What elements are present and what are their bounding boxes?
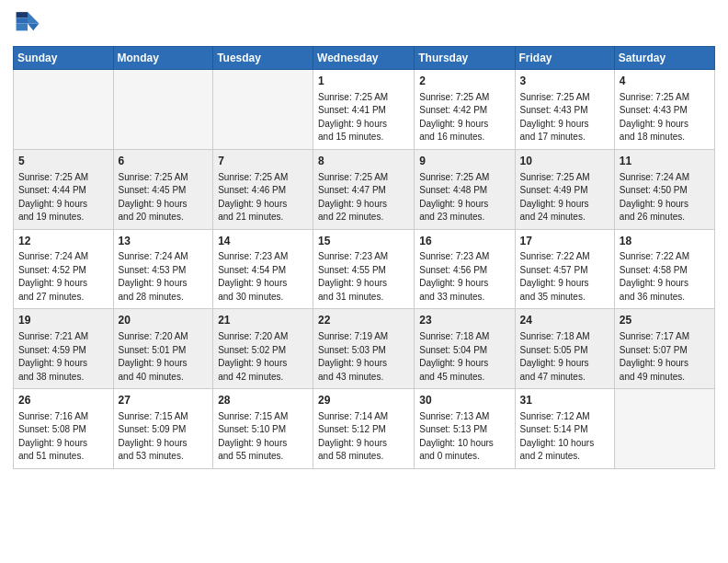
calendar-cell: 24Sunrise: 7:18 AM Sunset: 5:05 PM Dayli… xyxy=(515,309,614,389)
calendar-cell: 31Sunrise: 7:12 AM Sunset: 5:14 PM Dayli… xyxy=(515,389,614,469)
day-info: Sunrise: 7:25 AM Sunset: 4:44 PM Dayligh… xyxy=(18,171,108,224)
day-info: Sunrise: 7:19 AM Sunset: 5:03 PM Dayligh… xyxy=(318,330,409,384)
svg-marker-0 xyxy=(28,12,39,23)
day-number: 10 xyxy=(520,154,609,169)
calendar-header-row: SundayMondayTuesdayWednesdayThursdayFrid… xyxy=(14,47,715,70)
day-info: Sunrise: 7:21 AM Sunset: 4:59 PM Dayligh… xyxy=(18,330,108,384)
day-number: 23 xyxy=(419,313,509,328)
day-info: Sunrise: 7:22 AM Sunset: 4:58 PM Dayligh… xyxy=(620,250,710,304)
calendar-week-3: 12Sunrise: 7:24 AM Sunset: 4:52 PM Dayli… xyxy=(14,229,715,309)
col-header-thursday: Thursday xyxy=(415,47,515,70)
day-number: 7 xyxy=(218,154,308,169)
day-info: Sunrise: 7:25 AM Sunset: 4:43 PM Dayligh… xyxy=(620,91,710,144)
calendar-cell: 29Sunrise: 7:14 AM Sunset: 5:12 PM Dayli… xyxy=(313,389,415,469)
day-number: 12 xyxy=(18,234,108,249)
day-info: Sunrise: 7:25 AM Sunset: 4:49 PM Dayligh… xyxy=(520,171,609,224)
calendar-cell: 16Sunrise: 7:23 AM Sunset: 4:56 PM Dayli… xyxy=(415,229,515,309)
day-info: Sunrise: 7:25 AM Sunset: 4:45 PM Dayligh… xyxy=(119,171,209,224)
day-info: Sunrise: 7:23 AM Sunset: 4:54 PM Dayligh… xyxy=(218,250,308,304)
calendar-cell xyxy=(14,70,114,150)
calendar-cell: 17Sunrise: 7:22 AM Sunset: 4:57 PM Dayli… xyxy=(515,229,614,309)
day-number: 17 xyxy=(520,234,609,249)
day-info: Sunrise: 7:23 AM Sunset: 4:55 PM Dayligh… xyxy=(318,250,409,304)
day-info: Sunrise: 7:25 AM Sunset: 4:42 PM Dayligh… xyxy=(419,91,509,144)
day-number: 3 xyxy=(520,74,609,89)
day-info: Sunrise: 7:15 AM Sunset: 5:09 PM Dayligh… xyxy=(119,410,209,464)
day-info: Sunrise: 7:25 AM Sunset: 4:47 PM Dayligh… xyxy=(318,171,409,224)
day-info: Sunrise: 7:12 AM Sunset: 5:14 PM Dayligh… xyxy=(520,410,609,464)
day-info: Sunrise: 7:16 AM Sunset: 5:08 PM Dayligh… xyxy=(18,410,108,464)
calendar-cell: 18Sunrise: 7:22 AM Sunset: 4:58 PM Dayli… xyxy=(614,229,714,309)
day-info: Sunrise: 7:17 AM Sunset: 5:07 PM Dayligh… xyxy=(620,330,710,384)
day-number: 20 xyxy=(119,313,209,328)
calendar-cell: 1Sunrise: 7:25 AM Sunset: 4:41 PM Daylig… xyxy=(313,70,415,150)
calendar-cell: 11Sunrise: 7:24 AM Sunset: 4:50 PM Dayli… xyxy=(614,149,714,229)
calendar-week-1: 1Sunrise: 7:25 AM Sunset: 4:41 PM Daylig… xyxy=(14,70,715,150)
calendar-cell: 13Sunrise: 7:24 AM Sunset: 4:53 PM Dayli… xyxy=(113,229,213,309)
day-number: 26 xyxy=(18,393,108,408)
calendar-cell: 5Sunrise: 7:25 AM Sunset: 4:44 PM Daylig… xyxy=(14,149,114,229)
day-number: 28 xyxy=(218,393,308,408)
calendar-cell: 7Sunrise: 7:25 AM Sunset: 4:46 PM Daylig… xyxy=(213,149,313,229)
calendar-cell: 30Sunrise: 7:13 AM Sunset: 5:13 PM Dayli… xyxy=(415,389,515,469)
day-number: 13 xyxy=(119,234,209,249)
calendar-cell xyxy=(213,70,313,150)
day-number: 29 xyxy=(318,393,409,408)
calendar-week-2: 5Sunrise: 7:25 AM Sunset: 4:44 PM Daylig… xyxy=(14,149,715,229)
calendar-week-4: 19Sunrise: 7:21 AM Sunset: 4:59 PM Dayli… xyxy=(14,309,715,389)
calendar-cell: 15Sunrise: 7:23 AM Sunset: 4:55 PM Dayli… xyxy=(313,229,415,309)
day-info: Sunrise: 7:13 AM Sunset: 5:13 PM Dayligh… xyxy=(419,410,509,464)
col-header-saturday: Saturday xyxy=(614,47,714,70)
calendar-cell: 26Sunrise: 7:16 AM Sunset: 5:08 PM Dayli… xyxy=(14,389,114,469)
col-header-wednesday: Wednesday xyxy=(313,47,415,70)
svg-marker-1 xyxy=(28,24,39,31)
day-info: Sunrise: 7:25 AM Sunset: 4:43 PM Dayligh… xyxy=(520,91,609,144)
calendar-cell: 27Sunrise: 7:15 AM Sunset: 5:09 PM Dayli… xyxy=(113,389,213,469)
day-info: Sunrise: 7:24 AM Sunset: 4:53 PM Dayligh… xyxy=(119,250,209,304)
day-info: Sunrise: 7:15 AM Sunset: 5:10 PM Dayligh… xyxy=(218,410,308,464)
calendar-cell xyxy=(614,389,714,469)
calendar-cell: 28Sunrise: 7:15 AM Sunset: 5:10 PM Dayli… xyxy=(213,389,313,469)
day-info: Sunrise: 7:14 AM Sunset: 5:12 PM Dayligh… xyxy=(318,410,409,464)
calendar-cell xyxy=(113,70,213,150)
calendar-week-5: 26Sunrise: 7:16 AM Sunset: 5:08 PM Dayli… xyxy=(14,389,715,469)
calendar: SundayMondayTuesdayWednesdayThursdayFrid… xyxy=(13,46,715,469)
calendar-cell: 21Sunrise: 7:20 AM Sunset: 5:02 PM Dayli… xyxy=(213,309,313,389)
calendar-cell: 20Sunrise: 7:20 AM Sunset: 5:01 PM Dayli… xyxy=(113,309,213,389)
day-number: 22 xyxy=(318,313,409,328)
day-number: 2 xyxy=(419,74,509,89)
col-header-friday: Friday xyxy=(515,47,614,70)
day-number: 6 xyxy=(119,154,209,169)
svg-rect-2 xyxy=(17,12,28,17)
day-info: Sunrise: 7:18 AM Sunset: 5:05 PM Dayligh… xyxy=(520,330,609,384)
day-info: Sunrise: 7:24 AM Sunset: 4:50 PM Dayligh… xyxy=(620,171,710,224)
calendar-cell: 10Sunrise: 7:25 AM Sunset: 4:49 PM Dayli… xyxy=(515,149,614,229)
day-info: Sunrise: 7:18 AM Sunset: 5:04 PM Dayligh… xyxy=(419,330,509,384)
day-number: 16 xyxy=(419,234,509,249)
day-number: 31 xyxy=(520,393,609,408)
calendar-cell: 19Sunrise: 7:21 AM Sunset: 4:59 PM Dayli… xyxy=(14,309,114,389)
day-info: Sunrise: 7:25 AM Sunset: 4:46 PM Dayligh… xyxy=(218,171,308,224)
calendar-cell: 8Sunrise: 7:25 AM Sunset: 4:47 PM Daylig… xyxy=(313,149,415,229)
day-number: 11 xyxy=(620,154,710,169)
svg-rect-3 xyxy=(17,17,28,23)
calendar-cell: 22Sunrise: 7:19 AM Sunset: 5:03 PM Dayli… xyxy=(313,309,415,389)
day-number: 30 xyxy=(419,393,509,408)
header xyxy=(13,9,715,39)
logo xyxy=(13,9,44,39)
day-number: 4 xyxy=(620,74,710,89)
day-info: Sunrise: 7:23 AM Sunset: 4:56 PM Dayligh… xyxy=(419,250,509,304)
col-header-sunday: Sunday xyxy=(14,47,114,70)
calendar-cell: 12Sunrise: 7:24 AM Sunset: 4:52 PM Dayli… xyxy=(14,229,114,309)
day-number: 24 xyxy=(520,313,609,328)
calendar-cell: 9Sunrise: 7:25 AM Sunset: 4:48 PM Daylig… xyxy=(415,149,515,229)
day-number: 21 xyxy=(218,313,308,328)
calendar-cell: 3Sunrise: 7:25 AM Sunset: 4:43 PM Daylig… xyxy=(515,70,614,150)
day-number: 8 xyxy=(318,154,409,169)
day-info: Sunrise: 7:25 AM Sunset: 4:41 PM Dayligh… xyxy=(318,91,409,144)
calendar-cell: 2Sunrise: 7:25 AM Sunset: 4:42 PM Daylig… xyxy=(415,70,515,150)
day-number: 27 xyxy=(119,393,209,408)
col-header-monday: Monday xyxy=(113,47,213,70)
svg-rect-4 xyxy=(17,24,28,31)
day-number: 1 xyxy=(318,74,409,89)
